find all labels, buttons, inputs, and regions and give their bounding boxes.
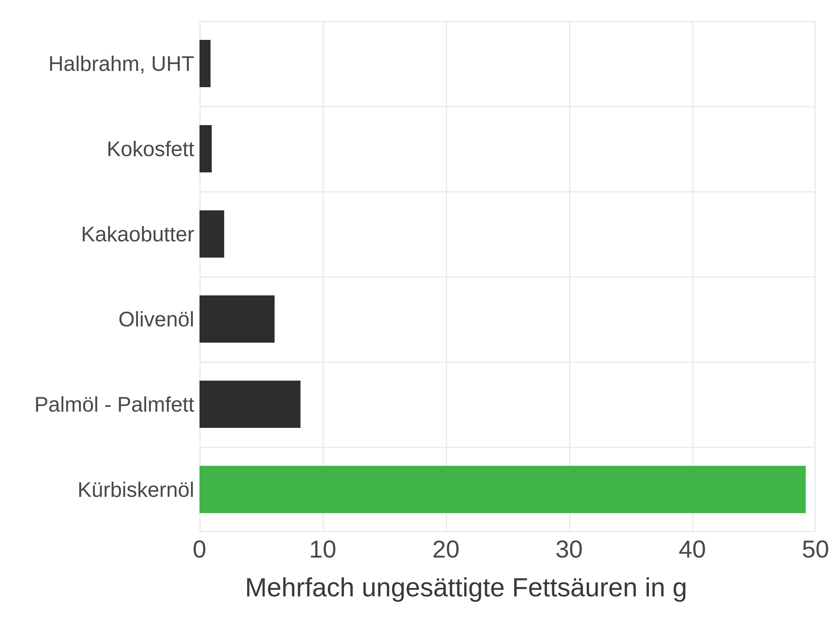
x-tick-label: 10 <box>309 537 336 561</box>
y-axis-labels: Halbrahm, UHT Kokosfett Kakaobutter Oliv… <box>0 21 199 532</box>
gridline-h <box>199 447 815 448</box>
x-tick-label: 0 <box>193 537 206 561</box>
y-category-label: Halbrahm, UHT <box>9 52 194 75</box>
bar-palmoel <box>199 381 300 428</box>
y-category-label: Olivenöl <box>9 308 194 331</box>
bar-kokosfett <box>199 125 212 172</box>
bar-halbrahm <box>199 40 210 87</box>
gridline-h <box>199 191 815 192</box>
bar-kuerbiskernoel <box>199 466 806 513</box>
y-category-label: Kürbiskernöl <box>9 478 194 501</box>
bar-olivenoel <box>199 295 275 343</box>
plot-area: 0 10 20 30 40 50 Mehrfach ungesättigte F… <box>199 21 815 532</box>
gridline-h <box>199 276 815 278</box>
y-category-label: Kokosfett <box>9 137 194 160</box>
y-category-label: Palmöl - Palmfett <box>9 393 194 416</box>
gridline-h <box>199 362 815 363</box>
x-tick-label: 50 <box>802 537 829 561</box>
x-tick-label: 20 <box>432 537 459 561</box>
x-tick-label: 30 <box>556 537 583 561</box>
gridline-h <box>199 531 815 532</box>
x-axis-title: Mehrfach ungesättigte Fettsäuren in g <box>245 572 687 603</box>
gridline-h <box>199 106 815 107</box>
gridline-h <box>199 21 815 22</box>
x-tick-label: 40 <box>679 537 706 561</box>
bar-kakaobutter <box>199 210 224 257</box>
y-category-label: Kakaobutter <box>9 223 194 246</box>
chart-container: Halbrahm, UHT Kokosfett Kakaobutter Oliv… <box>0 0 840 630</box>
